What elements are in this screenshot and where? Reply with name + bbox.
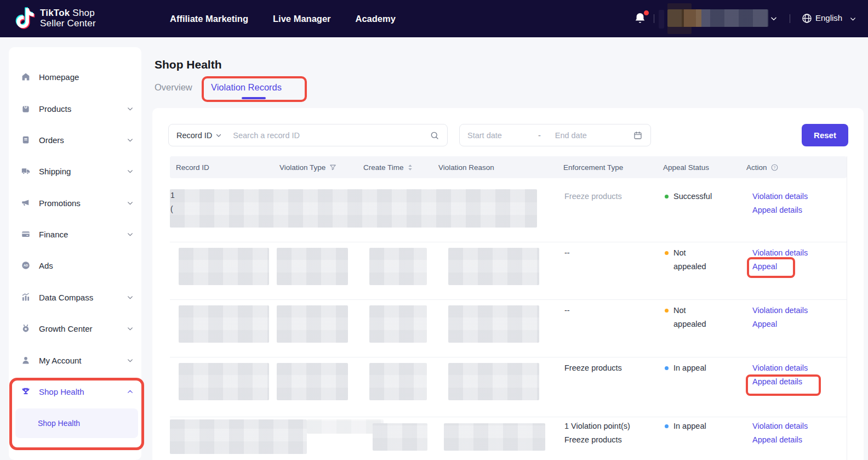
status-dot — [665, 366, 669, 370]
redacted-cell — [179, 248, 269, 285]
page-title: Shop Health — [155, 58, 222, 71]
violation-details-link[interactable]: Violation details — [752, 190, 840, 203]
col-enforcement-type: Enforcement Type — [563, 156, 623, 178]
sidebar-item-promotions[interactable]: Promotions — [21, 191, 134, 215]
redacted-cell — [170, 419, 307, 454]
help-icon[interactable]: ? — [770, 163, 779, 172]
col-violation-reason: Violation Reason — [438, 156, 494, 178]
chevron-down-icon — [127, 200, 134, 207]
appeal-status: Not appealed — [665, 246, 741, 274]
my-account-icon — [21, 355, 31, 365]
navbar-item-affiliate-marketing[interactable]: Affiliate Marketing — [170, 14, 248, 24]
sidebar-item-products[interactable]: Products — [21, 96, 134, 121]
ads-icon: AD — [21, 260, 31, 270]
date-range-picker[interactable]: Start date - End date — [459, 124, 651, 146]
notifications-button[interactable] — [633, 12, 648, 26]
calendar-icon — [633, 130, 643, 140]
redacted-cell — [369, 248, 427, 285]
notification-badge — [643, 9, 650, 16]
chevron-down-icon[interactable] — [770, 15, 778, 22]
appeal-link[interactable]: Appeal — [752, 260, 840, 274]
appeal-details-link[interactable]: Appeal details — [752, 375, 840, 389]
redacted-cell — [179, 363, 269, 400]
table-row[interactable]: Freeze products In appeal Violation deta… — [170, 357, 847, 417]
sidebar-subitem-shop-health[interactable]: Shop Health — [15, 408, 138, 438]
sidebar-item-finance[interactable]: Finance — [21, 222, 134, 246]
navbar-divider — [654, 14, 654, 23]
table-row[interactable]: -- Not appealed Violation details Appeal — [170, 242, 847, 300]
products-icon — [21, 104, 31, 113]
start-date-field[interactable]: Start date — [467, 131, 502, 140]
redacted-cell — [307, 419, 384, 434]
tiktok-logo-icon — [15, 7, 35, 29]
promotions-icon — [21, 198, 31, 208]
filter-icon[interactable] — [329, 163, 337, 172]
user-name-redacted[interactable] — [667, 9, 768, 27]
redacted-cell: 1 ( — [170, 189, 537, 228]
table-row[interactable]: 1 ( Freeze products Successful Violation… — [170, 178, 847, 242]
appeal-details-link[interactable]: Appeal details — [752, 433, 840, 447]
status-dot — [665, 251, 669, 255]
enforcement-type: -- — [564, 246, 660, 260]
violation-details-link[interactable]: Violation details — [752, 361, 840, 375]
shipping-icon — [21, 166, 31, 176]
navbar-divider — [790, 14, 790, 23]
tab-overview[interactable]: Overview — [155, 82, 192, 93]
enforcement-type: 1 Violation point(s) Freeze products — [564, 419, 660, 447]
table-row[interactable]: 1 Violation point(s) Freeze products In … — [170, 417, 847, 460]
violation-details-link[interactable]: Violation details — [752, 304, 840, 317]
globe-icon — [801, 13, 813, 24]
redacted-cell — [277, 363, 348, 400]
record-id-selector[interactable]: Record ID — [176, 131, 222, 140]
app-logo[interactable]: TikTok Shop Seller Center — [15, 7, 96, 29]
appeal-details-link[interactable]: Appeal details — [752, 203, 840, 217]
navbar-item-live-manager[interactable]: Live Manager — [273, 14, 330, 24]
appeal-link[interactable]: Appeal — [752, 317, 840, 331]
redacted-cell — [369, 305, 427, 343]
top-navbar: TikTok Shop Seller Center Affiliate Mark… — [0, 0, 868, 37]
sidebar-item-orders[interactable]: Orders — [21, 128, 134, 152]
sidebar-item-ads[interactable]: AD Ads — [21, 253, 134, 277]
svg-text:?: ? — [773, 166, 775, 169]
sidebar-item-data-compass[interactable]: Data Compass — [21, 285, 134, 309]
status-dot — [665, 424, 669, 428]
shop-health-icon — [21, 387, 31, 396]
sidebar-item-shop-health[interactable]: Shop Health — [21, 379, 134, 404]
appeal-status: Successful — [665, 190, 741, 203]
language-selector[interactable]: English — [815, 13, 842, 22]
status-dot — [665, 195, 669, 198]
sidebar-item-my-account[interactable]: My Account — [21, 348, 134, 372]
violation-details-link[interactable]: Violation details — [752, 419, 840, 433]
action-links: Violation details Appeal — [752, 304, 840, 331]
redacted-cell — [448, 305, 539, 343]
redacted-cell — [444, 423, 545, 451]
reset-button[interactable]: Reset — [802, 124, 848, 146]
enforcement-type: Freeze products — [564, 190, 660, 203]
action-links: Violation details Appeal details — [752, 419, 840, 447]
action-links: Violation details Appeal — [752, 246, 840, 274]
finance-icon — [21, 229, 31, 239]
tab-violation-records[interactable]: Violation Records — [211, 82, 282, 93]
search-input[interactable] — [232, 130, 430, 140]
search-icon[interactable] — [430, 130, 439, 140]
chevron-down-icon[interactable] — [849, 15, 856, 22]
redacted-cell — [277, 248, 348, 285]
table-row[interactable]: -- Not appealed Violation details Appeal — [170, 299, 847, 357]
chevron-up-icon — [127, 388, 134, 395]
sidebar-item-homepage[interactable]: Homepage — [21, 65, 134, 89]
action-links: Violation details Appeal details — [752, 361, 840, 389]
navbar-item-academy[interactable]: Academy — [356, 14, 396, 24]
sort-icon[interactable] — [407, 163, 413, 172]
redacted-cell — [179, 305, 269, 343]
sidebar: Homepage Products Orders Shipping Promot… — [9, 47, 141, 460]
enforcement-type: -- — [564, 304, 660, 317]
app-logo-text: TikTok Shop Seller Center — [40, 8, 96, 29]
appeal-status: Not appealed — [665, 304, 741, 331]
chevron-down-icon — [127, 294, 134, 301]
sidebar-item-shipping[interactable]: Shipping — [21, 159, 134, 183]
end-date-field[interactable]: End date — [555, 131, 587, 140]
col-record-id: Record ID — [176, 156, 209, 178]
sidebar-item-growth-center[interactable]: Growth Center — [21, 316, 134, 340]
chevron-down-icon — [127, 168, 134, 175]
violation-details-link[interactable]: Violation details — [752, 246, 840, 260]
